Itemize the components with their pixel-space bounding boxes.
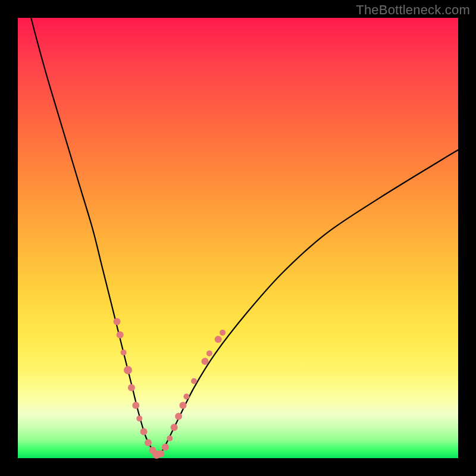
highlight-dot	[162, 444, 169, 451]
highlight-dot	[117, 331, 124, 339]
highlight-dot	[145, 439, 152, 446]
highlight-dot	[121, 349, 127, 355]
highlight-dots	[114, 318, 226, 459]
watermark-text: TheBottleneck.com	[356, 2, 470, 18]
highlight-dot	[180, 402, 187, 409]
highlight-dot	[128, 384, 135, 392]
highlight-dot	[175, 413, 182, 420]
curve-layer	[18, 18, 458, 458]
highlight-dot	[171, 424, 178, 431]
highlight-dot	[140, 428, 148, 436]
highlight-dot	[158, 450, 165, 458]
highlight-dot	[183, 393, 189, 399]
highlight-dot	[124, 366, 132, 374]
highlight-dot	[206, 350, 212, 356]
highlight-dot	[215, 336, 222, 343]
chart-frame: TheBottleneck.com	[0, 0, 476, 476]
highlight-dot	[136, 415, 142, 421]
highlight-dot	[191, 378, 197, 384]
bottleneck-curve	[31, 18, 460, 456]
highlight-dot	[132, 402, 139, 409]
plot-area	[18, 18, 458, 458]
highlight-dot	[167, 436, 173, 441]
highlight-dot	[202, 358, 209, 365]
highlight-dot	[220, 330, 226, 336]
highlight-dot	[114, 318, 121, 325]
